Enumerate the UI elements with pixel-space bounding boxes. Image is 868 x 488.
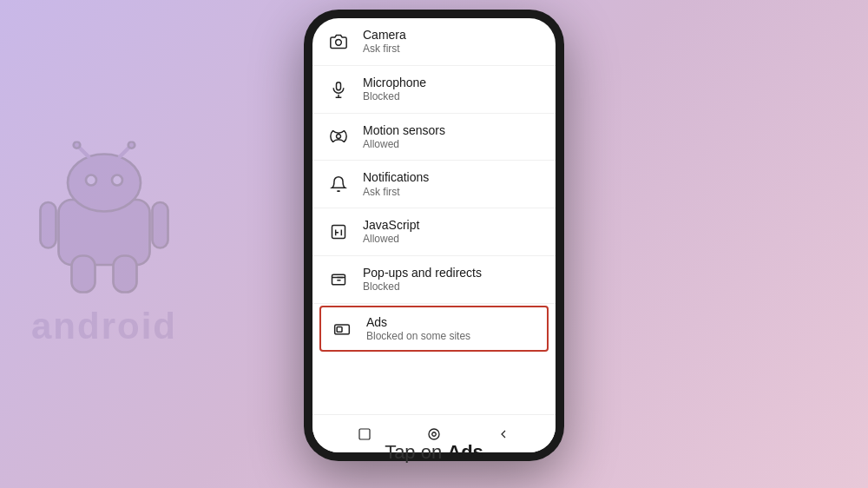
microphone-icon [326,77,351,102]
settings-list: Camera Ask first M [312,18,556,352]
caption-bold: Ads [447,441,483,463]
svg-point-3 [112,175,122,186]
svg-point-24 [432,432,437,436]
motion-icon [326,124,351,148]
ads-subtitle: Blocked on some sites [366,330,470,344]
svg-rect-8 [41,202,56,248]
settings-item-popups[interactable]: Pop-ups and redirects Blocked [312,256,556,304]
settings-item-notifications[interactable]: Notifications Ask first [312,161,556,208]
bell-icon [326,172,351,196]
svg-rect-13 [337,82,341,89]
motion-title: Motion sensors [363,122,445,138]
android-text: android [26,306,182,347]
javascript-text: JavaScript Allowed [363,217,419,247]
svg-point-7 [128,142,135,148]
popup-icon [326,267,351,292]
svg-rect-10 [72,256,95,293]
settings-item-motion[interactable]: Motion sensors Allowed [312,114,556,162]
svg-point-16 [337,135,341,139]
settings-item-microphone[interactable]: Microphone Blocked [312,66,556,114]
svg-point-12 [336,39,342,45]
motion-subtitle: Allowed [363,138,445,152]
camera-text: Camera Ask first [363,27,406,56]
settings-item-javascript[interactable]: JavaScript Allowed [312,208,556,256]
svg-rect-22 [359,429,370,439]
notifications-title: Notifications [363,169,429,185]
popups-subtitle: Blocked [363,280,482,294]
javascript-title: JavaScript [363,217,419,233]
svg-point-23 [429,429,439,439]
caption-prefix: Tap on [385,441,447,463]
nav-home-btn[interactable] [426,426,442,442]
svg-point-1 [68,155,141,212]
microphone-subtitle: Blocked [363,90,426,104]
svg-rect-20 [337,326,342,332]
nav-back-btn[interactable] [496,426,511,442]
settings-item-camera[interactable]: Camera Ask first [312,18,556,66]
ads-text: Ads Blocked on some sites [366,314,470,344]
notifications-subtitle: Ask first [363,186,429,200]
svg-point-5 [74,142,81,148]
javascript-icon [326,220,351,244]
camera-subtitle: Ask first [363,43,406,56]
phone-screen: Camera Ask first M [312,18,556,452]
notifications-text: Notifications Ask first [363,169,429,199]
svg-rect-17 [332,226,345,239]
screen-content: Camera Ask first M [312,18,556,414]
javascript-subtitle: Allowed [363,233,419,247]
svg-rect-18 [332,274,345,285]
popups-text: Pop-ups and redirects Blocked [363,265,482,294]
android-logo: android [26,142,182,347]
camera-title: Camera [363,27,406,43]
camera-icon [326,30,351,54]
motion-text: Motion sensors Allowed [363,122,445,152]
microphone-title: Microphone [363,75,426,90]
ads-icon [330,317,354,341]
nav-square-btn[interactable] [357,426,372,442]
settings-item-ads[interactable]: Ads Blocked on some sites [319,306,549,353]
phone-frame: Camera Ask first M [304,10,564,461]
svg-point-2 [86,175,96,186]
microphone-text: Microphone Blocked [363,75,426,104]
ads-title: Ads [366,314,470,330]
svg-rect-11 [114,256,137,293]
svg-rect-9 [153,202,168,248]
bottom-caption: Tap on Ads [0,441,868,464]
popups-title: Pop-ups and redirects [363,265,482,280]
